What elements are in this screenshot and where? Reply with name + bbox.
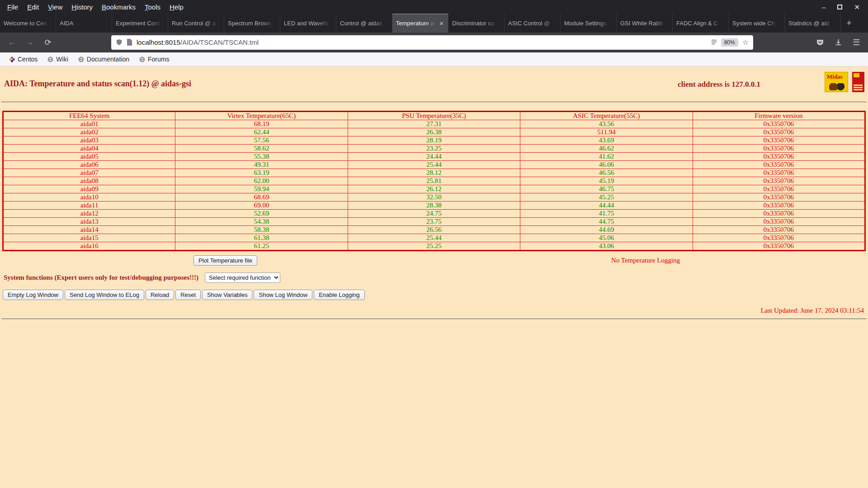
forward-button[interactable]: → bbox=[24, 38, 35, 47]
tab-8[interactable]: Discriminator co bbox=[448, 14, 505, 33]
client-address: client address is 127.0.0.1 bbox=[678, 80, 760, 89]
tab-4[interactable]: Spectrum Brows bbox=[224, 14, 280, 33]
url-bar[interactable]: localhost:8015/AIDA/TSCAN/TSCAN.tml 80% … bbox=[111, 35, 753, 50]
action-buttons-row: Empty Log WindowSend Log Window to ELogR… bbox=[0, 290, 868, 300]
tab-7[interactable]: Temperature an× bbox=[392, 14, 448, 33]
url-path: /AIDA/TSCAN/TSCAN.tml bbox=[180, 38, 259, 46]
zoom-level-badge[interactable]: 80% bbox=[721, 38, 738, 47]
cell-virtex: 69.00 bbox=[175, 202, 348, 210]
action-button-empty-log-window[interactable]: Empty Log Window bbox=[3, 290, 63, 300]
window-controls: – ✕ bbox=[822, 4, 868, 10]
table-row: aida0649.3125.4446.060x3350706 bbox=[3, 161, 865, 169]
action-button-reload[interactable]: Reload bbox=[146, 290, 174, 300]
table-row: aida0168.1927.3143.560x3350706 bbox=[3, 120, 865, 128]
table-row: aida0763.1928.1246.560x3350706 bbox=[3, 169, 865, 177]
action-button-show-variables[interactable]: Show Variables bbox=[202, 290, 252, 300]
menu-view[interactable]: View bbox=[43, 1, 67, 13]
cell-psu: 26.56 bbox=[348, 226, 520, 234]
tab-5[interactable]: LED and Wavefo bbox=[280, 14, 336, 33]
bookmark-wiki[interactable]: Wiki bbox=[43, 52, 72, 66]
cell-firmware: 0x3350706 bbox=[693, 242, 865, 251]
divider-top bbox=[1, 102, 867, 103]
menu-file[interactable]: File bbox=[3, 1, 23, 13]
cell-asic: 46.06 bbox=[520, 161, 693, 169]
reader-mode-icon[interactable] bbox=[711, 39, 717, 45]
cell-asic: 44.44 bbox=[520, 202, 693, 210]
cell-virtex: 54.38 bbox=[175, 218, 348, 226]
tab-11[interactable]: GSI White Rabb bbox=[617, 14, 673, 33]
tab-title: System wide Ch bbox=[732, 20, 781, 27]
plot-row: Plot Temperature file No Temperature Log… bbox=[0, 255, 868, 267]
bookmark-centos[interactable]: Centos bbox=[5, 52, 42, 66]
page-title: AIDA: Temperature and status scan(1.12) … bbox=[4, 79, 191, 89]
cell-virtex: 63.19 bbox=[175, 169, 348, 177]
reload-button[interactable]: ⟳ bbox=[42, 38, 53, 47]
tab-0[interactable]: Welcome to Cen bbox=[0, 14, 56, 33]
download-icon[interactable] bbox=[833, 39, 844, 46]
menu-help[interactable]: Help bbox=[165, 1, 188, 13]
cell-psu: 25.44 bbox=[348, 161, 520, 169]
cell-asic: 45.19 bbox=[520, 177, 693, 185]
tab-3[interactable]: Run Control @ a bbox=[168, 14, 224, 33]
table-row: aida0555.3824.4441.620x3350706 bbox=[3, 153, 865, 161]
tab-10[interactable]: Module Settings bbox=[561, 14, 617, 33]
logos: Midas bbox=[825, 72, 864, 92]
experiment-logo-detail bbox=[854, 73, 859, 77]
bookmark-forums[interactable]: Forums bbox=[135, 52, 174, 66]
new-tab-button[interactable]: + bbox=[841, 14, 857, 33]
cell-psu: 25.81 bbox=[348, 177, 520, 185]
cell-psu: 24.44 bbox=[348, 153, 520, 161]
plot-temperature-button[interactable]: Plot Temperature file bbox=[193, 255, 257, 266]
midas-logo-text: Midas bbox=[827, 73, 843, 80]
cell-virtex: 68.69 bbox=[175, 193, 348, 202]
window-minimize-button[interactable]: – bbox=[822, 4, 826, 10]
bookmark-documentation[interactable]: Documentation bbox=[74, 52, 134, 66]
bookmark-star-icon[interactable]: ☆ bbox=[742, 38, 749, 47]
action-button-enable-logging[interactable]: Enable Logging bbox=[314, 290, 364, 300]
tab-title: Spectrum Brows bbox=[228, 20, 276, 27]
tab-title: LED and Wavefo bbox=[284, 20, 332, 27]
system-functions-label: System functions (Expert users only for … bbox=[4, 274, 198, 282]
window-close-button[interactable]: ✕ bbox=[854, 4, 860, 10]
tracking-shield-icon[interactable] bbox=[116, 39, 123, 46]
tab-2[interactable]: Experiment Cont bbox=[112, 14, 168, 33]
temperature-table: FEE64 System Virtex Temperature(65C) PSU… bbox=[2, 111, 866, 251]
menu-edit[interactable]: Edit bbox=[23, 1, 43, 13]
tab-9[interactable]: ASIC Control @ bbox=[505, 14, 561, 33]
action-button-show-log-window[interactable]: Show Log Window bbox=[254, 290, 312, 300]
tab-14[interactable]: Statistics @ aid bbox=[785, 14, 841, 33]
back-button[interactable]: ← bbox=[6, 38, 17, 47]
menu-tools[interactable]: Tools bbox=[140, 1, 165, 13]
cell-firmware: 0x3350706 bbox=[693, 177, 865, 185]
cell-name: aida12 bbox=[3, 210, 175, 218]
function-select[interactable]: Select required function bbox=[205, 272, 280, 283]
col-header-fee64: FEE64 System bbox=[3, 112, 175, 120]
cell-virtex: 61.38 bbox=[175, 234, 348, 242]
tab-13[interactable]: System wide Ch bbox=[729, 14, 785, 33]
tab-title: Welcome to Cen bbox=[4, 20, 52, 27]
hamburger-menu-icon[interactable]: ☰ bbox=[851, 38, 862, 47]
col-header-asic: ASIC Temperature(55C) bbox=[520, 112, 693, 120]
menu-bookmarks[interactable]: Bookmarks bbox=[97, 1, 140, 13]
tab-6[interactable]: Control @ aidas bbox=[336, 14, 392, 33]
cell-asic: 41.62 bbox=[520, 153, 693, 161]
window-maximize-button[interactable] bbox=[837, 4, 842, 10]
url-host: localhost:8015 bbox=[137, 38, 180, 46]
cell-firmware: 0x3350706 bbox=[693, 185, 865, 193]
page-header: AIDA: Temperature and status scan(1.12) … bbox=[0, 66, 868, 102]
tab-close-icon[interactable]: × bbox=[439, 19, 444, 27]
site-info-icon[interactable] bbox=[127, 39, 132, 46]
pocket-icon[interactable] bbox=[815, 39, 826, 46]
action-button-reset[interactable]: Reset bbox=[175, 290, 201, 300]
temperature-table-body: aida0168.1927.3143.560x3350706aida0262.4… bbox=[3, 120, 865, 251]
tab-1[interactable]: AIDA bbox=[56, 14, 112, 33]
cell-name: aida01 bbox=[3, 120, 175, 128]
cell-psu: 26.38 bbox=[348, 128, 520, 136]
tab-12[interactable]: FADC Align & C bbox=[673, 14, 729, 33]
table-row: aida0357.5628.1943.690x3350706 bbox=[3, 136, 865, 145]
cell-asic: 46.56 bbox=[520, 169, 693, 177]
action-button-send-log-window-to-elog[interactable]: Send Log Window to ELog bbox=[65, 290, 144, 300]
globe-icon bbox=[47, 56, 53, 62]
menu-history[interactable]: History bbox=[67, 1, 97, 13]
cell-name: aida04 bbox=[3, 145, 175, 153]
